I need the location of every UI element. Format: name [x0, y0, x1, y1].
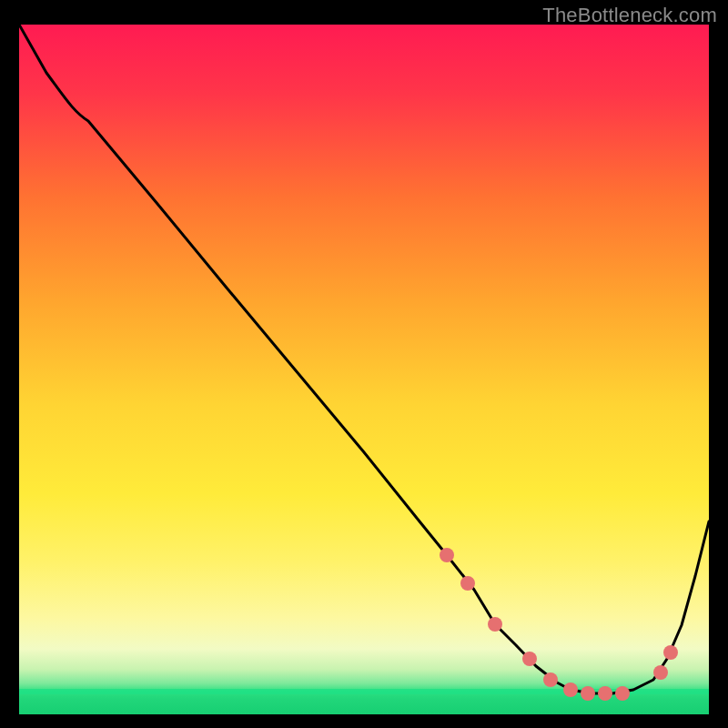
svg-point-10 — [663, 645, 678, 660]
svg-point-2 — [488, 617, 502, 632]
chart-svg — [19, 25, 709, 714]
svg-point-7 — [598, 686, 612, 701]
svg-point-5 — [563, 682, 578, 697]
chart-root: TheBottleneck.com — [0, 0, 728, 728]
svg-point-9 — [653, 665, 668, 680]
svg-point-1 — [460, 576, 475, 591]
svg-point-8 — [615, 686, 630, 701]
svg-point-0 — [440, 548, 454, 562]
plot-area — [19, 25, 709, 714]
svg-point-4 — [543, 672, 558, 687]
gradient-background — [19, 25, 709, 714]
svg-point-6 — [581, 686, 595, 701]
svg-point-3 — [522, 652, 537, 666]
